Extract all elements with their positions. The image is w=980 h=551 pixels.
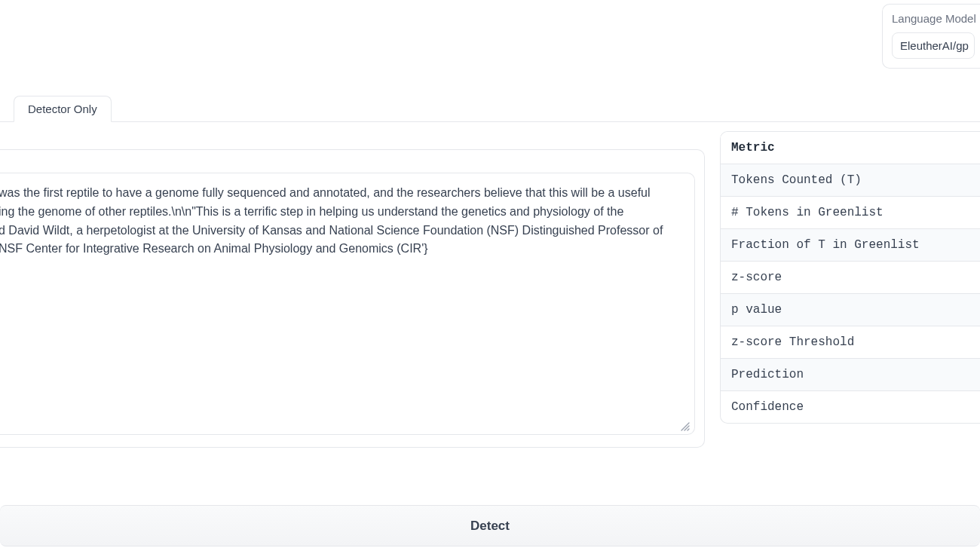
left-column: d — [0, 124, 720, 504]
table-row: Prediction — [721, 358, 980, 390]
input-label-fragment: d — [0, 124, 705, 149]
detect-button[interactable]: Detect — [0, 505, 980, 546]
text-input[interactable] — [0, 173, 695, 435]
detect-button-label: Detect — [470, 519, 510, 534]
table-row: Tokens Counted (T) — [721, 164, 980, 196]
table-row: Confidence — [721, 390, 980, 423]
main-area: d Metric Tokens Counted (T) # Tokens in … — [0, 124, 980, 504]
metrics-header: Metric — [721, 132, 980, 164]
tab-detector-only[interactable]: Detector Only — [14, 96, 112, 122]
table-row: z-score Threshold — [721, 326, 980, 358]
tab-label: Detector Only — [28, 103, 97, 115]
model-selector-panel: Language Model EleutherAI/gp — [882, 4, 980, 69]
right-column: Metric Tokens Counted (T) # Tokens in Gr… — [720, 124, 980, 504]
input-field-card — [0, 149, 705, 448]
table-row: Fraction of T in Greenlist — [721, 228, 980, 261]
tab-bar: Detector Only — [0, 96, 980, 122]
textarea-wrap — [0, 173, 695, 438]
model-selector-label: Language Model — [892, 12, 975, 25]
table-row: z-score — [721, 261, 980, 293]
model-selector-value: EleutherAI/gp — [900, 39, 969, 52]
app-root: Language Model EleutherAI/gp Detector On… — [0, 0, 980, 551]
model-selector-dropdown[interactable]: EleutherAI/gp — [892, 32, 975, 59]
table-row: # Tokens in Greenlist — [721, 196, 980, 228]
metrics-table: Metric Tokens Counted (T) # Tokens in Gr… — [720, 131, 980, 424]
table-row: p value — [721, 293, 980, 326]
